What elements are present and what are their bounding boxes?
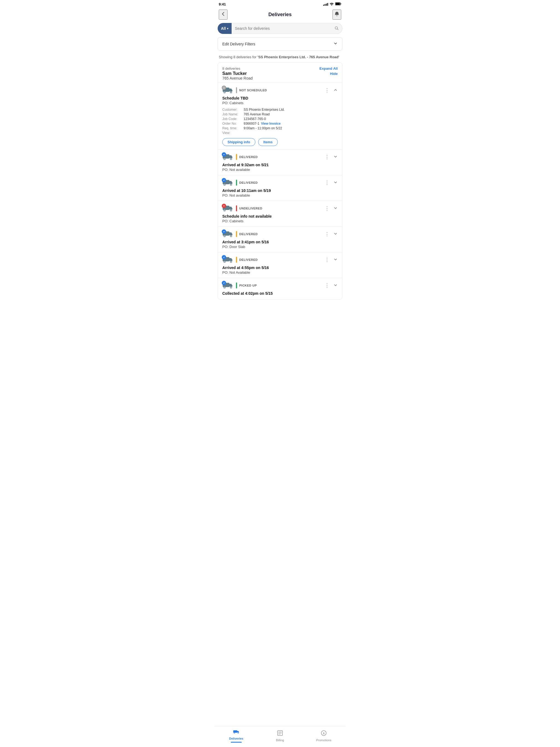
delivery-po-text: PO: Not available (222, 193, 338, 198)
delivery-po-text: PO: Cabinets (222, 101, 338, 105)
delivery-item: DELIVERED ⋮ Arrived at 3:41pm on 5/16 PO… (218, 226, 342, 252)
items-button[interactable]: Items (258, 138, 278, 146)
svg-rect-48 (233, 730, 237, 733)
expand-button[interactable] (333, 232, 338, 237)
delivery-status-row: UNDELIVERED (222, 204, 262, 212)
wifi-icon (330, 2, 334, 6)
expand-button[interactable] (333, 180, 338, 185)
delivery-status-row: DELIVERED (222, 230, 258, 238)
status-check-icon (222, 255, 226, 259)
delivery-item-header: NOT SCHEDULED ⋮ (222, 86, 338, 94)
back-button[interactable] (219, 9, 228, 20)
svg-point-17 (230, 159, 231, 159)
svg-point-33 (224, 236, 225, 236)
svg-rect-2 (335, 3, 340, 5)
svg-point-23 (230, 184, 231, 185)
search-container: All ▾ (214, 23, 346, 37)
item-actions: ⋮ (323, 205, 338, 212)
svg-line-4 (337, 29, 338, 30)
delivery-item: NOT SCHEDULED ⋮ Schedule TBD PO: Cabinet… (218, 83, 342, 149)
status-label: DELIVERED (239, 155, 258, 159)
orderno-value: 9366937-1 (244, 122, 259, 126)
filter-bar[interactable]: Edit Delivery Filters (218, 37, 342, 51)
more-options-button[interactable]: ⋮ (323, 205, 331, 212)
filter-chevron-icon (333, 41, 338, 47)
detail-fields: Customer: SS Phoenix Enterprises Ltd. Jo… (222, 108, 338, 135)
delivery-schedule-text: Schedule TBD (222, 96, 338, 100)
expand-all-button[interactable]: Expand All (320, 67, 338, 71)
search-icon (334, 26, 339, 31)
status-check-icon (222, 281, 226, 285)
shipping-info-button[interactable]: Shipping info (222, 138, 255, 146)
detail-row-jobcode: Job Code: 1234567-765-0 (222, 117, 338, 121)
delivery-item: DELIVERED ⋮ Arrived at 9:32am on 5/21 PO… (218, 149, 342, 175)
delivery-po-text: PO: Cabinets (222, 219, 338, 223)
delivery-po-text: PO: Door Slab (222, 245, 338, 249)
search-input-wrap (232, 23, 342, 34)
svg-text:$: $ (323, 732, 324, 735)
more-options-button[interactable]: ⋮ (323, 179, 331, 186)
delivery-status-row: DELIVERED (222, 153, 258, 161)
svg-point-21 (224, 184, 225, 185)
delivery-item-header: DELIVERED ⋮ (222, 179, 338, 187)
svg-rect-1 (341, 3, 341, 5)
status-label: DELIVERED (239, 181, 258, 184)
delivery-arrived-text: Arrived at 3:41pm on 5/16 (222, 240, 338, 244)
status-label: DELIVERED (239, 232, 258, 236)
status-indicator (236, 154, 237, 160)
truck-icon-wrap (222, 204, 233, 212)
delivery-arrived-text: Arrived at 4:55pm on 5/16 (222, 265, 338, 270)
detail-row-view: View: (222, 131, 338, 135)
status-x-icon (222, 204, 226, 208)
jobname-value: 765 Avenue Road (244, 112, 270, 116)
status-label: UNDELIVERED (239, 207, 262, 210)
search-input[interactable] (235, 26, 334, 31)
nav-item-deliveries[interactable]: Deliveries (214, 729, 258, 743)
view-invoice-link[interactable]: View Invoice (261, 122, 281, 126)
showing-info: Showing 8 deliveries for 'SS Phoenix Ent… (214, 54, 346, 62)
detail-row-jobname: Job Name: 765 Avenue Road (222, 112, 338, 116)
status-indicator (236, 180, 237, 186)
expand-button[interactable] (333, 154, 338, 160)
status-label: PICKED UP (239, 284, 257, 287)
group-address: 765 Avenue Road (222, 76, 253, 80)
battery-icon (335, 2, 341, 6)
delivery-status-row: NOT SCHEDULED (222, 86, 267, 94)
more-options-button[interactable]: ⋮ (323, 153, 331, 160)
svg-point-15 (224, 159, 225, 159)
svg-point-29 (230, 210, 231, 211)
delivery-collected-text: Collected at 4:02pm on 5/15 (222, 291, 338, 295)
notification-bell-button[interactable] (332, 9, 341, 20)
signal-icon (323, 3, 328, 6)
filter-dropdown-button[interactable]: All ▾ (218, 23, 232, 34)
expand-button[interactable] (333, 257, 338, 262)
more-options-button[interactable]: ⋮ (323, 231, 331, 238)
delivery-status-row: PICKED UP (222, 281, 257, 289)
delivery-item: PICKED UP ⋮ Collected at 4:02pm on 5/15 (218, 278, 342, 300)
status-check-icon (222, 152, 226, 157)
hide-button[interactable]: Hide (330, 72, 338, 76)
more-options-button[interactable]: ⋮ (323, 282, 331, 289)
group-name: Sam Tucker (222, 71, 253, 76)
expand-button[interactable] (333, 206, 338, 211)
group-count: 8 deliveries (222, 67, 253, 71)
svg-point-7 (224, 92, 225, 93)
expand-button[interactable] (333, 283, 338, 288)
status-check-icon (222, 229, 226, 234)
delivery-arrived-text: Arrived at 9:32am on 5/21 (222, 163, 338, 167)
more-options-button[interactable]: ⋮ (323, 256, 331, 263)
more-options-button[interactable]: ⋮ (323, 87, 331, 94)
delivery-status-row: DELIVERED (222, 256, 258, 264)
nav-item-billing[interactable]: Billing (258, 730, 302, 742)
status-bar: 9:41 (214, 0, 346, 7)
delivery-status-row: DELIVERED (222, 179, 258, 187)
nav-item-promotions[interactable]: $ Promotions (302, 730, 346, 742)
truck-icon-wrap (222, 179, 233, 187)
status-icons (323, 2, 341, 6)
action-buttons: Shipping info Items (222, 138, 338, 146)
status-indicator (236, 231, 237, 237)
status-indicator (236, 87, 237, 93)
delivery-group: 8 deliveries Sam Tucker 765 Avenue Road … (218, 62, 342, 300)
delivery-schedule-text: Schedule info not available (222, 214, 338, 218)
collapse-button[interactable] (333, 88, 338, 93)
